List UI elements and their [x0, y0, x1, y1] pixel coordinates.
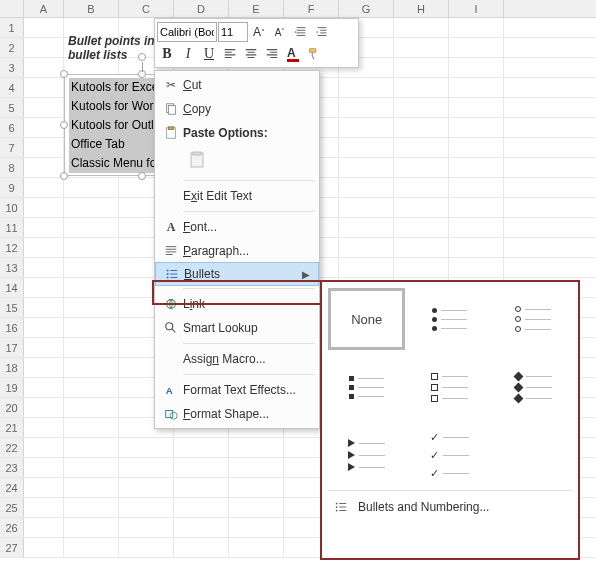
cell[interactable] [64, 298, 119, 317]
row-header[interactable]: 19 [0, 378, 24, 397]
row-header[interactable]: 1 [0, 18, 24, 37]
row-header[interactable]: 5 [0, 98, 24, 117]
row-header[interactable]: 12 [0, 238, 24, 257]
cell[interactable] [394, 158, 449, 177]
column-header[interactable]: D [174, 0, 229, 17]
cell[interactable] [64, 258, 119, 277]
cell[interactable] [119, 538, 174, 557]
decrease-indent-button[interactable] [291, 22, 311, 42]
cell[interactable] [174, 538, 229, 557]
menu-item-format-text-effects[interactable]: A Format Text Effects... [155, 378, 319, 402]
cell[interactable] [64, 418, 119, 437]
align-right-button[interactable] [262, 44, 282, 64]
row-header[interactable]: 27 [0, 538, 24, 557]
cell[interactable] [449, 178, 504, 197]
cell[interactable] [394, 78, 449, 97]
paste-keep-source-button[interactable] [185, 147, 211, 173]
menu-item-copy[interactable]: Copy [155, 97, 319, 121]
cell[interactable] [24, 218, 64, 237]
row-header[interactable]: 3 [0, 58, 24, 77]
cell[interactable] [64, 498, 119, 517]
grow-font-button[interactable]: A˄ [249, 22, 269, 42]
cell[interactable] [24, 78, 64, 97]
cell[interactable] [174, 518, 229, 537]
rotate-handle[interactable] [138, 53, 146, 61]
cell[interactable] [174, 478, 229, 497]
cell[interactable] [64, 358, 119, 377]
menu-item-bullets[interactable]: Bullets ▶ [155, 262, 319, 286]
font-name-input[interactable] [157, 22, 217, 42]
cell[interactable] [449, 18, 504, 37]
cell[interactable] [229, 538, 284, 557]
cell[interactable] [64, 198, 119, 217]
cell[interactable] [339, 178, 394, 197]
row-header[interactable]: 21 [0, 418, 24, 437]
cell[interactable] [64, 218, 119, 237]
cell[interactable] [449, 218, 504, 237]
cell[interactable] [449, 58, 504, 77]
cell[interactable] [64, 518, 119, 537]
bullet-option-check[interactable] [411, 424, 488, 486]
row-header[interactable]: 18 [0, 358, 24, 377]
bullets-and-numbering-item[interactable]: Bullets and Numbering... [328, 495, 572, 516]
cell[interactable] [339, 218, 394, 237]
font-color-button[interactable]: A [283, 44, 303, 64]
menu-item-font[interactable]: A Font... [155, 215, 319, 239]
row-header[interactable]: 6 [0, 118, 24, 137]
cell[interactable] [64, 438, 119, 457]
cell[interactable] [64, 458, 119, 477]
cell[interactable] [449, 38, 504, 57]
cell[interactable] [64, 178, 119, 197]
increase-indent-button[interactable] [312, 22, 332, 42]
italic-button[interactable]: I [178, 44, 198, 64]
cell[interactable] [394, 118, 449, 137]
column-header[interactable]: C [119, 0, 174, 17]
cell[interactable] [24, 318, 64, 337]
resize-handle[interactable] [138, 172, 146, 180]
cell[interactable] [394, 238, 449, 257]
cell[interactable] [24, 18, 64, 37]
cell[interactable] [394, 18, 449, 37]
bullet-option-none[interactable]: None [328, 288, 405, 350]
cell[interactable] [64, 478, 119, 497]
column-header[interactable]: H [394, 0, 449, 17]
format-painter-button[interactable] [304, 44, 324, 64]
bullet-option-circle[interactable] [495, 288, 572, 350]
row-header[interactable]: 23 [0, 458, 24, 477]
cell[interactable] [24, 98, 64, 117]
column-header[interactable]: E [229, 0, 284, 17]
cell[interactable] [339, 238, 394, 257]
bullet-option-diamond[interactable] [495, 356, 572, 418]
row-header[interactable]: 11 [0, 218, 24, 237]
cell[interactable] [394, 58, 449, 77]
menu-item-link[interactable]: Link [155, 292, 319, 316]
cell[interactable] [119, 498, 174, 517]
cell[interactable] [339, 118, 394, 137]
column-header[interactable]: G [339, 0, 394, 17]
cell[interactable] [174, 498, 229, 517]
cell[interactable] [449, 118, 504, 137]
cell[interactable] [24, 378, 64, 397]
menu-item-paragraph[interactable]: Paragraph... [155, 239, 319, 263]
row-header[interactable]: 13 [0, 258, 24, 277]
cell[interactable] [64, 398, 119, 417]
cell[interactable] [394, 98, 449, 117]
cell[interactable] [174, 438, 229, 457]
cell[interactable] [229, 458, 284, 477]
bullet-option-arrow[interactable] [328, 424, 405, 486]
row-header[interactable]: 17 [0, 338, 24, 357]
cell[interactable] [449, 258, 504, 277]
shrink-font-button[interactable]: A˅ [270, 22, 290, 42]
cell[interactable] [339, 98, 394, 117]
row-header[interactable]: 15 [0, 298, 24, 317]
cell[interactable] [229, 478, 284, 497]
cell[interactable] [119, 458, 174, 477]
cell[interactable] [119, 518, 174, 537]
menu-item-smart-lookup[interactable]: Smart Lookup [155, 316, 319, 340]
column-header[interactable]: A [24, 0, 64, 17]
cell[interactable] [229, 518, 284, 537]
cell[interactable] [119, 438, 174, 457]
cell[interactable] [449, 198, 504, 217]
cell[interactable] [119, 478, 174, 497]
row-header[interactable]: 25 [0, 498, 24, 517]
